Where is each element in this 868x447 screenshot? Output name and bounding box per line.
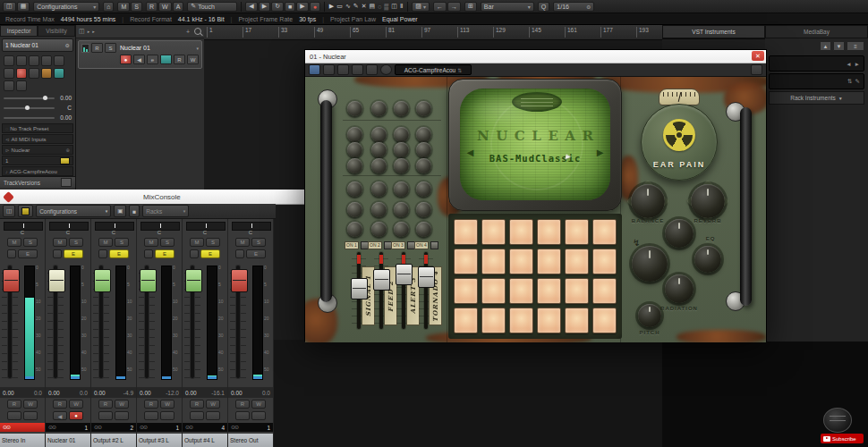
- distortion-knob[interactable]: [632, 246, 668, 282]
- next-preset-icon[interactable]: ►: [855, 61, 860, 67]
- plugin-knob[interactable]: [416, 222, 431, 237]
- solo-button[interactable]: S: [115, 238, 129, 247]
- record-button[interactable]: [206, 411, 220, 420]
- subscribe-button[interactable]: Subscribe: [821, 434, 864, 443]
- balance-knob[interactable]: [631, 184, 665, 218]
- volume-slider[interactable]: [4, 97, 55, 99]
- drum-pad[interactable]: [565, 278, 589, 304]
- instrument-output-slot[interactable]: ⇅ ✎: [769, 73, 864, 89]
- mixconsole-title-bar[interactable]: MixConsole: [0, 190, 309, 205]
- track-instrument-button[interactable]: [160, 55, 172, 64]
- switch-layout-button[interactable]: [366, 64, 378, 75]
- channel-visibility-button[interactable]: [18, 205, 33, 217]
- plugin-knob[interactable]: [371, 142, 387, 157]
- freeze-button[interactable]: [54, 55, 64, 66]
- quantize-preset-dropdown[interactable]: 1/16 ⚙: [553, 2, 594, 12]
- drum-pad[interactable]: [537, 308, 561, 333]
- radiation-knob[interactable]: [665, 274, 694, 303]
- solo-button[interactable]: S: [23, 238, 38, 247]
- cycle-button[interactable]: ↻: [271, 2, 284, 12]
- solo-button[interactable]: S: [160, 238, 174, 247]
- channel-name[interactable]: Nuclear 01: [46, 434, 90, 447]
- record-button[interactable]: [160, 411, 174, 420]
- volume-knob[interactable]: [665, 219, 694, 248]
- track-record-button[interactable]: ●: [120, 55, 132, 64]
- edit-channel-button[interactable]: E: [109, 249, 129, 258]
- mute-button[interactable]: M: [7, 238, 21, 247]
- mute-button[interactable]: M: [98, 238, 113, 247]
- plugin-knob[interactable]: [394, 222, 409, 237]
- drum-pad[interactable]: [481, 249, 506, 274]
- nudge-right-button[interactable]: →: [447, 2, 461, 12]
- tab-vst-instruments[interactable]: VST Instruments: [662, 25, 765, 38]
- plugin-knob[interactable]: [371, 222, 387, 237]
- ear-pain-knob[interactable]: EAR PAIN: [641, 104, 718, 181]
- snapshot-button[interactable]: ▣: [114, 205, 126, 217]
- plugin-knob[interactable]: [347, 181, 362, 197]
- tool-icon-7[interactable]: ◌: [377, 4, 382, 10]
- listen-button[interactable]: [29, 55, 39, 66]
- read-button[interactable]: R: [235, 400, 250, 409]
- plugin-knob[interactable]: [347, 158, 362, 173]
- tab-inspector[interactable]: Inspector: [0, 25, 38, 37]
- track-monitor-button[interactable]: ◀: [133, 55, 145, 64]
- mute-button[interactable]: [4, 55, 14, 66]
- plugin-knob[interactable]: [394, 142, 409, 157]
- add-track-icon[interactable]: +: [186, 29, 190, 35]
- plugin-fader-handle[interactable]: [418, 266, 435, 288]
- meter-bridge-button[interactable]: ■: [129, 205, 140, 217]
- plugin-fader-handle[interactable]: [396, 264, 413, 285]
- drum-pad[interactable]: [454, 249, 478, 274]
- plugin-knob[interactable]: [416, 142, 431, 157]
- monitor-button[interactable]: ◀: [53, 411, 67, 420]
- forward-button[interactable]: ▶: [259, 2, 270, 12]
- instrument-button[interactable]: [54, 68, 64, 79]
- setup-window-button[interactable]: ◫: [3, 2, 16, 12]
- drum-pad[interactable]: [537, 278, 561, 304]
- write-button[interactable]: [16, 80, 27, 91]
- plugin-knob[interactable]: [416, 181, 431, 197]
- track-write-button[interactable]: W: [187, 55, 199, 64]
- window-layout-button[interactable]: ◫: [3, 205, 15, 217]
- plugin-knob[interactable]: [371, 158, 387, 173]
- read-button[interactable]: [4, 80, 14, 91]
- write-button[interactable]: W: [69, 400, 83, 409]
- solo-button[interactable]: S: [206, 238, 220, 247]
- tool-icon-5[interactable]: ✕: [361, 3, 368, 10]
- divide-list-icon[interactable]: ◫: [79, 28, 85, 35]
- snap-button[interactable]: ⊞: [464, 2, 477, 12]
- automation-button[interactable]: [41, 68, 52, 79]
- drum-pad[interactable]: [454, 308, 478, 333]
- plugin-fader-handle[interactable]: [373, 269, 390, 291]
- solo-button[interactable]: S: [69, 238, 83, 247]
- edit-channel-button[interactable]: E: [18, 249, 38, 258]
- search-icon[interactable]: [194, 28, 201, 35]
- drum-pad[interactable]: [454, 219, 478, 245]
- drum-pad[interactable]: [592, 308, 617, 333]
- link-button[interactable]: [235, 249, 244, 258]
- track-read-button[interactable]: R: [174, 55, 185, 64]
- plugin-title-bar[interactable]: 01 - Nuclear ✕: [305, 50, 766, 63]
- tool-icon-1[interactable]: ▶: [328, 3, 335, 10]
- plugin-knob[interactable]: [371, 202, 387, 217]
- prev-preset-icon[interactable]: ◄: [846, 61, 851, 67]
- tab-mediabay[interactable]: MediaBay: [765, 25, 868, 38]
- rewind-button[interactable]: ◀: [245, 2, 257, 12]
- updown-icon[interactable]: ⇅: [847, 78, 852, 85]
- on-switch-button[interactable]: [430, 241, 438, 249]
- tool-icon-3[interactable]: ∿: [345, 3, 352, 10]
- drum-pad[interactable]: [565, 249, 589, 274]
- channel-on-switch[interactable]: ON 2: [368, 241, 392, 249]
- fader-handle[interactable]: [185, 269, 202, 292]
- stop-button[interactable]: ■: [285, 2, 295, 12]
- drum-pad[interactable]: [565, 308, 589, 333]
- monitor-button[interactable]: [7, 411, 21, 420]
- write-button[interactable]: W: [206, 400, 220, 409]
- drum-pad[interactable]: [509, 249, 533, 274]
- write-button[interactable]: W: [160, 400, 174, 409]
- plugin-knob[interactable]: [394, 158, 409, 173]
- rack-settings-button[interactable]: ≡: [847, 41, 864, 51]
- record-button[interactable]: [115, 411, 129, 420]
- plugin-fader-handle[interactable]: [351, 278, 368, 299]
- grid-type-dropdown[interactable]: Bar ▾: [481, 2, 534, 12]
